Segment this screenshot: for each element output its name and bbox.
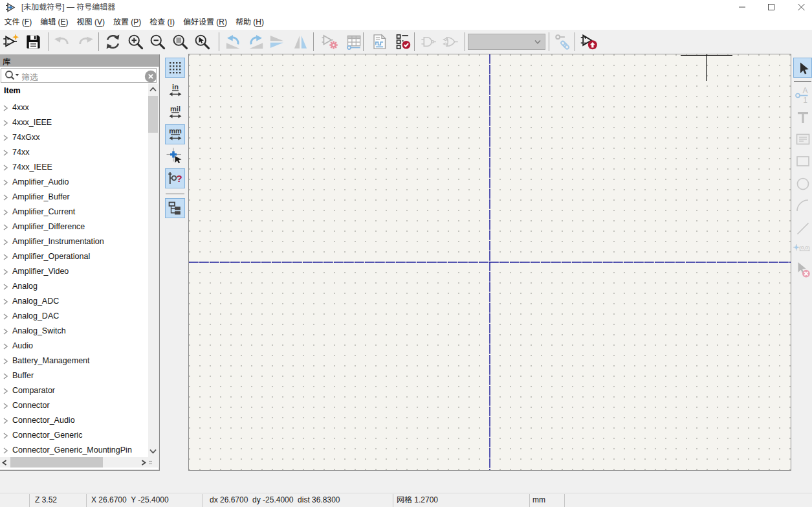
library-tree-item[interactable]: 74xx_IEEE [0, 160, 148, 175]
pin-options-button[interactable]: ? [165, 168, 185, 188]
library-tree-item[interactable]: Analog_ADC [0, 294, 148, 309]
horizontal-scrollbar-thumb[interactable] [10, 457, 103, 468]
units-mm-button[interactable]: mm [165, 124, 185, 144]
zoom-out-button[interactable] [148, 32, 166, 51]
menu-item-help[interactable]: 帮助 (H) [231, 14, 268, 30]
textbox-tool-button[interactable] [793, 129, 812, 149]
expand-chevron-icon[interactable] [3, 239, 8, 245]
mirror-horizontal-button[interactable] [268, 32, 286, 51]
library-tree-item[interactable]: Amplifier_Video [0, 264, 148, 279]
expand-chevron-icon[interactable] [3, 358, 8, 365]
erc-check-button[interactable] [393, 32, 411, 51]
library-tree-item[interactable]: Connector [0, 398, 148, 413]
expand-chevron-icon[interactable] [3, 343, 8, 350]
pin-tool-button[interactable]: A 1 [793, 85, 812, 105]
library-tree-item[interactable]: Audio [0, 339, 148, 354]
library-tree-item[interactable]: Amplifier_Instrumentation [0, 234, 148, 249]
line-tool-button[interactable] [793, 218, 812, 238]
rotate-ccw-button[interactable] [224, 32, 242, 51]
pin-table-button[interactable] [344, 32, 362, 51]
mirror-vertical-button[interactable] [291, 32, 309, 51]
expand-chevron-icon[interactable] [3, 224, 8, 231]
expand-chevron-icon[interactable] [3, 150, 8, 156]
menu-item-view[interactable]: 视图 (V) [72, 14, 109, 30]
library-tree-item[interactable]: Amplifier_Operational [0, 249, 148, 264]
editor-canvas[interactable] [188, 54, 791, 471]
expand-chevron-icon[interactable] [3, 269, 8, 275]
zoom-selection-button[interactable] [193, 32, 211, 51]
expand-chevron-icon[interactable] [3, 433, 8, 439]
export-symbol-button[interactable] [580, 32, 598, 51]
library-search-box[interactable]: 筛选 [1, 68, 157, 83]
text-tool-button[interactable] [793, 107, 812, 127]
expand-chevron-icon[interactable] [3, 403, 8, 409]
library-tree-item[interactable]: Amplifier_Current [0, 205, 148, 220]
expand-chevron-icon[interactable] [3, 135, 8, 141]
library-tree-item[interactable]: Connector_Generic [0, 428, 148, 443]
expand-chevron-icon[interactable] [3, 254, 8, 260]
rectangle-tool-button[interactable] [793, 152, 812, 172]
expand-chevron-icon[interactable] [3, 373, 8, 379]
vertical-scrollbar-thumb[interactable] [148, 96, 158, 133]
expand-chevron-icon[interactable] [3, 299, 8, 305]
library-tree-item[interactable]: Battery_Management [0, 354, 148, 368]
menu-item-preferences[interactable]: 偏好设置 (R) [179, 14, 231, 30]
library-tree-item[interactable]: 74xGxx [0, 130, 148, 145]
zoom-in-button[interactable] [126, 32, 144, 51]
expand-chevron-icon[interactable] [3, 313, 8, 320]
scroll-right-icon[interactable] [141, 460, 146, 466]
expand-chevron-icon[interactable] [3, 388, 8, 394]
sync-pins-button[interactable] [553, 32, 571, 51]
demorgan-alternate-button[interactable] [441, 32, 459, 51]
menu-item-edit[interactable]: 编辑 (E) [36, 14, 72, 30]
arc-tool-button[interactable] [793, 196, 812, 216]
expand-chevron-icon[interactable] [3, 105, 8, 111]
expand-chevron-icon[interactable] [3, 284, 8, 290]
save-button[interactable] [24, 32, 42, 51]
redo-button[interactable] [76, 32, 94, 51]
scroll-down-icon[interactable] [149, 449, 157, 454]
delete-tool-button[interactable] [793, 260, 812, 280]
rotate-cw-button[interactable] [247, 32, 265, 51]
expand-chevron-icon[interactable] [3, 120, 8, 126]
menu-item-place[interactable]: 放置 (P) [109, 14, 145, 30]
refresh-button[interactable] [104, 32, 122, 51]
library-tree-column-header[interactable]: Item [4, 86, 21, 95]
maximize-button[interactable] [762, 0, 781, 14]
new-symbol-button[interactable] [1, 32, 19, 51]
expand-chevron-icon[interactable] [3, 194, 8, 201]
expand-chevron-icon[interactable] [3, 447, 8, 454]
clear-search-icon[interactable] [144, 70, 157, 83]
close-button[interactable] [791, 0, 811, 14]
expand-chevron-icon[interactable] [3, 209, 8, 216]
anchor-tool-button[interactable]: (0,0) [793, 238, 812, 258]
scroll-left-icon[interactable] [2, 460, 7, 466]
expand-chevron-icon[interactable] [3, 164, 8, 171]
undo-button[interactable] [52, 32, 71, 51]
menu-item-file[interactable]: 文件 (F) [0, 14, 36, 30]
crosshair-cursor-button[interactable] [165, 146, 185, 166]
library-tree-item[interactable]: Amplifier_Buffer [0, 190, 148, 205]
expand-chevron-icon[interactable] [3, 328, 8, 335]
datasheet-button[interactable] [370, 32, 388, 51]
select-tool-button[interactable] [793, 58, 812, 78]
library-tree-item[interactable]: Amplifier_Audio [0, 175, 148, 190]
circle-tool-button[interactable] [793, 174, 812, 194]
library-tree-item[interactable]: Connector_Generic_MountingPin [0, 443, 148, 457]
library-tree-item[interactable]: Analog_DAC [0, 309, 148, 324]
vertical-scrollbar[interactable] [148, 84, 158, 457]
library-tree-item[interactable]: Amplifier_Difference [0, 220, 148, 234]
menu-item-inspect[interactable]: 检查 (I) [146, 14, 179, 30]
library-tree-item[interactable]: 4xxx [0, 100, 148, 115]
horizontal-scrollbar[interactable] [0, 457, 148, 468]
library-tree-button[interactable] [165, 198, 185, 218]
units-mils-button[interactable]: mil [165, 102, 185, 122]
scroll-up-icon[interactable] [149, 87, 157, 92]
library-tree-item[interactable]: 74xx [0, 145, 148, 160]
library-tree-item[interactable]: 4xxx_IEEE [0, 115, 148, 130]
library-tree-item[interactable]: Connector_Audio [0, 413, 148, 428]
library-tree-item[interactable]: Buffer [0, 368, 148, 383]
units-inches-button[interactable]: in [165, 80, 185, 100]
library-tree-item[interactable]: Analog_Switch [0, 324, 148, 339]
zoom-fit-button[interactable] [171, 32, 189, 51]
